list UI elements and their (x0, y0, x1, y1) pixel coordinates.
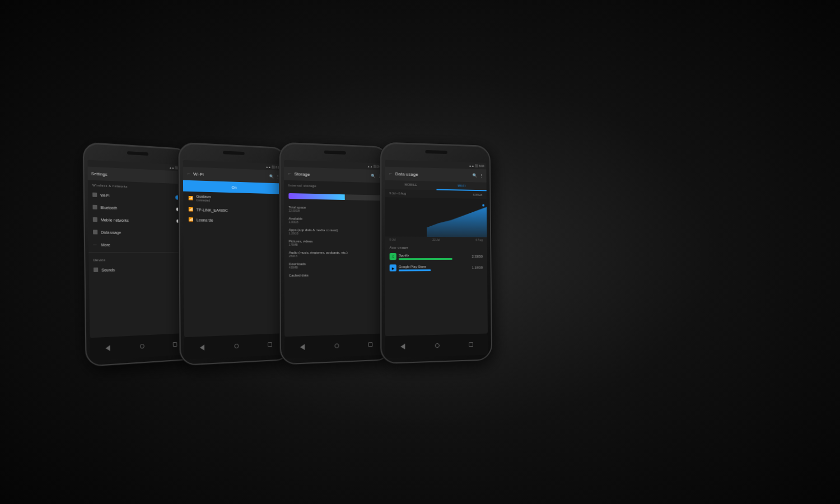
wifi-icon-s (92, 193, 97, 197)
more-label: More (101, 242, 110, 246)
settings-item-data[interactable]: Data usage (88, 226, 188, 239)
back-btn-3[interactable] (297, 342, 306, 352)
storage-item-avail: Available 1.00GB (284, 214, 385, 227)
nav-bar-4 (385, 334, 488, 358)
home-btn-2[interactable] (232, 341, 241, 351)
home-btn-1[interactable] (138, 342, 147, 351)
wifi-info-2: TP-LINK_EA489C (197, 208, 279, 213)
storage-item-dl: Downloads 438MB (284, 260, 386, 272)
settings-item-mobile[interactable]: Mobile networks (88, 213, 188, 227)
storage-item-total: Total space 12.92GB (284, 203, 385, 216)
tab-wifi[interactable]: WI-FI (436, 181, 486, 192)
back-btn-4[interactable] (398, 342, 407, 351)
app-title-1: Settings (91, 171, 179, 180)
nav-bar-1 (90, 333, 192, 360)
spotify-info: Spotify (399, 253, 470, 259)
recent-btn-4[interactable] (466, 340, 475, 349)
total-label: 6.84GB (473, 193, 482, 197)
search-icon-2[interactable]: 🔍 (269, 174, 274, 179)
phone-3-wrapper: ▲▲ ⬛ 2:41 ← Storage 🔍 ⋮ Internal storage (279, 142, 392, 365)
data-label: Data usage (101, 230, 121, 234)
wifi-content: 📶 Gustavo Connected 📶 TP-LINK_EA489C (183, 192, 286, 338)
app-item-playstore[interactable]: ▶ Google Play Store 1.19GB (385, 262, 487, 274)
storage-value-audio: 280KB (289, 254, 382, 258)
storage-item-apps: Apps (app data & media content) 1.26GB (284, 226, 385, 237)
sounds-label: Sounds (101, 268, 115, 272)
phone-4: ▲▲ ⬛ 5:04 ← Data usage 🔍 ⋮ MOBILE WI-FI (380, 142, 492, 364)
mobile-icon-s (93, 217, 97, 222)
spotify-data: 2.33GB (472, 255, 483, 258)
recent-btn-3[interactable] (366, 340, 375, 349)
app-title-3: Storage (294, 171, 371, 179)
app-usage-header: App usage (385, 242, 487, 251)
storage-bar-container (284, 189, 385, 206)
wifi-network-3[interactable]: 📶 Leonardo (183, 214, 284, 226)
chart-label-2: 23 Jul (432, 238, 440, 241)
wifi-label: Wi-Fi (100, 193, 109, 198)
wifi-signal-3: 📶 (188, 217, 194, 222)
phone-4-screen: ▲▲ ⬛ 5:04 ← Data usage 🔍 ⋮ MOBILE WI-FI (385, 160, 488, 337)
phone-3: ▲▲ ⬛ 2:41 ← Storage 🔍 ⋮ Internal storage (279, 142, 392, 365)
playstore-info: Google Play Store (399, 264, 470, 271)
app-bar-icons-2: 🔍 ⋮ (269, 174, 280, 179)
storage-bar-used (288, 193, 344, 200)
wifi-name-2: TP-LINK_EA489C (197, 208, 279, 213)
phone-3-screen: ▲▲ ⬛ 2:41 ← Storage 🔍 ⋮ Internal storage (284, 160, 387, 337)
chart-labels: 9 Jul 23 Jul 6 Aug (385, 237, 487, 243)
phones-container: ▲▲ ⬛ 2:19 Settings 🔍 Wireless & networks… (0, 0, 840, 504)
storage-value-apps: 1.26GB (289, 231, 381, 235)
sounds-icon-s (94, 268, 98, 272)
search-icon-4[interactable]: 🔍 (473, 174, 478, 178)
data-usage-content: 9 Jul – 6 Aug 6.84GB 9 Jul 23 Jul 6 Aug … (385, 189, 488, 336)
wifi-signal-1: 📶 (188, 195, 193, 200)
phone-2-screen: ▲▲ ⬛ 2:19 ← Wi-Fi 🔍 ⋮ On 📶 Gustavo (183, 160, 286, 337)
settings-item-sounds[interactable]: Sounds (89, 263, 189, 276)
storage-value-avail: 1.00GB (289, 220, 381, 225)
status-icons-2: ▲▲ ⬛ 2:19 (265, 165, 281, 169)
wifi-signal-2: 📶 (188, 207, 193, 212)
app-bar-icons-4: 🔍 ⋮ (473, 174, 483, 178)
data-icon-s (93, 230, 97, 234)
home-btn-3[interactable] (332, 341, 341, 351)
recent-btn-1[interactable] (171, 339, 180, 349)
wifi-info-3: Leonardo (197, 218, 280, 223)
app-item-spotify[interactable]: ♫ Spotify 2.33GB (385, 251, 487, 262)
wifi-info-1: Gustavo Connected (196, 194, 279, 203)
storage-item-audio: Audio (music, ringtones, podcasts, etc.)… (284, 249, 386, 260)
spotify-name: Spotify (399, 253, 470, 256)
back-btn-1[interactable] (103, 343, 113, 353)
phone-2: ▲▲ ⬛ 2:19 ← Wi-Fi 🔍 ⋮ On 📶 Gustavo (178, 142, 291, 366)
chart-label-3: 6 Aug (475, 238, 482, 241)
app-title-2: Wi-Fi (193, 171, 269, 179)
nav-bar-2 (184, 333, 287, 360)
playstore-bar (399, 269, 431, 271)
settings-item-more[interactable]: ··· More (88, 238, 188, 251)
storage-content: Internal storage Total space 12.92GB Ava… (284, 180, 387, 337)
storage-bar (288, 193, 381, 200)
wifi-name-3: Leonardo (197, 218, 280, 223)
settings-content: Wireless & networks Wi-Fi Bluetooth Mobi… (88, 180, 191, 338)
period-label: 9 Jul – 6 Aug (389, 192, 405, 195)
phone-4-wrapper: ▲▲ ⬛ 5:04 ← Data usage 🔍 ⋮ MOBILE WI-FI (380, 142, 492, 364)
chart-fill (426, 206, 487, 237)
data-chart (385, 197, 487, 237)
back-arrow-2[interactable]: ← (186, 171, 191, 176)
spotify-bar (399, 258, 452, 259)
back-arrow-3[interactable]: ← (287, 171, 292, 176)
section-header-device: Device (88, 255, 188, 264)
search-icon-3[interactable]: 🔍 (371, 174, 376, 178)
divider-1 (88, 252, 188, 253)
back-btn-2[interactable] (197, 343, 207, 352)
storage-item-pics: Pictures, videos 175MB (284, 237, 385, 249)
app-title-4: Data usage (395, 171, 473, 178)
home-btn-4[interactable] (433, 341, 442, 351)
more-icon-4[interactable]: ⋮ (479, 174, 483, 178)
back-arrow-4[interactable]: ← (388, 171, 393, 176)
recent-btn-2[interactable] (265, 340, 274, 349)
storage-value-pics: 175MB (289, 243, 381, 246)
mobile-label: Mobile networks (101, 218, 129, 222)
playstore-data: 1.19GB (472, 266, 483, 269)
chart-dot (482, 204, 484, 207)
tab-mobile[interactable]: MOBILE (385, 180, 436, 190)
storage-item-cache: Cached data (284, 270, 386, 279)
